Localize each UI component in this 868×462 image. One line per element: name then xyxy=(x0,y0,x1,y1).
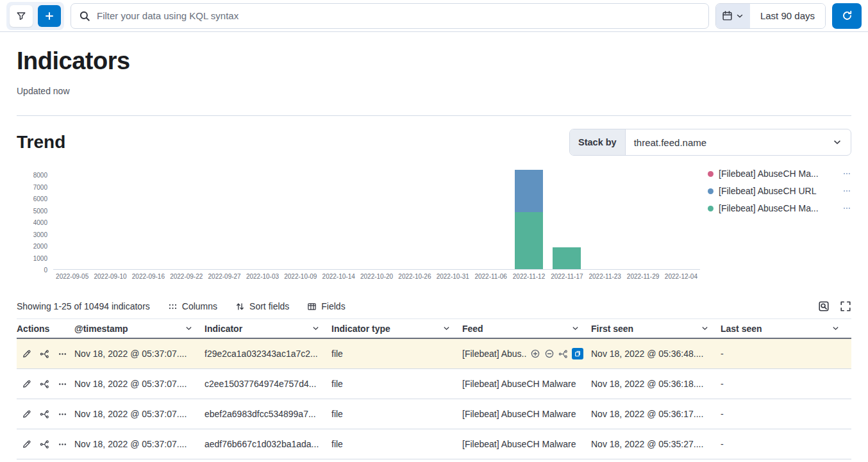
add-to-timeline-icon[interactable] xyxy=(558,349,568,359)
chevron-down-icon[interactable] xyxy=(442,324,451,333)
timestamp-cell[interactable]: Nov 18, 2022 @ 05:37:07.... xyxy=(74,379,204,389)
legend-item[interactable]: [Filebeat] AbuseCH Ma... xyxy=(708,203,851,213)
stack-by-label: Stack by xyxy=(570,129,626,155)
investigate-in-timeline-icon[interactable] xyxy=(40,379,49,389)
timestamp-cell[interactable]: Nov 18, 2022 @ 05:37:07.... xyxy=(74,409,204,419)
y-tick-label: 7000 xyxy=(33,183,47,190)
indicator-cell[interactable]: c2ee15037764974e757d4... xyxy=(204,379,331,389)
x-tick-label: 2022-12-04 xyxy=(662,273,700,280)
bar-slot xyxy=(167,167,205,269)
last-seen-cell[interactable]: - xyxy=(721,409,851,419)
copy-to-clipboard-icon[interactable] xyxy=(572,348,583,359)
indicator-type-cell[interactable]: file xyxy=(331,439,462,449)
bar-slot xyxy=(281,167,319,269)
table-row[interactable]: Nov 18, 2022 @ 05:37:07.... aedf76b667c1… xyxy=(17,429,851,459)
x-tick-label: 2022-09-22 xyxy=(167,273,205,280)
first-seen-cell[interactable]: Nov 18, 2022 @ 05:36:17.... xyxy=(591,409,721,419)
header-label: Actions xyxy=(17,324,49,334)
header-indicator[interactable]: Indicator xyxy=(204,324,331,334)
header-last-seen[interactable]: Last seen xyxy=(721,324,851,334)
filter-for-icon[interactable] xyxy=(530,349,540,359)
first-seen-cell[interactable]: Nov 18, 2022 @ 05:35:27.... xyxy=(591,439,721,449)
header-timestamp[interactable]: @timestamp xyxy=(74,324,204,334)
table-row[interactable]: Nov 18, 2022 @ 05:37:07.... ebef2a6983df… xyxy=(17,399,851,429)
y-tick-label: 3000 xyxy=(33,231,47,238)
page-title: Indicators xyxy=(17,47,851,75)
search-input[interactable] xyxy=(97,10,701,21)
more-actions-icon[interactable] xyxy=(58,379,67,389)
indicator-cell[interactable]: f29e2ca1a032343ac1a7c2... xyxy=(204,349,331,359)
x-tick-label: 2022-09-05 xyxy=(53,273,91,280)
feed-cell[interactable]: [Filebeat] AbuseCH Malware xyxy=(462,409,591,419)
table-row[interactable]: Nov 18, 2022 @ 05:37:07.... c2ee15037764… xyxy=(17,369,851,399)
legend-more-actions-icon[interactable] xyxy=(842,186,851,195)
filter-out-icon[interactable] xyxy=(544,349,555,359)
more-actions-icon[interactable] xyxy=(58,440,67,449)
add-filter-button[interactable] xyxy=(38,5,61,27)
edit-icon[interactable] xyxy=(22,440,31,449)
saved-query-menu-button[interactable] xyxy=(10,5,33,27)
edit-icon[interactable] xyxy=(22,349,31,359)
stack-by-value: threat.feed.name xyxy=(634,137,706,148)
chevron-down-icon[interactable] xyxy=(185,324,193,333)
more-actions-icon[interactable] xyxy=(58,409,67,419)
chevron-down-icon[interactable] xyxy=(701,324,709,333)
legend-more-actions-icon[interactable] xyxy=(842,169,851,178)
header-label: Indicator type xyxy=(331,324,390,334)
legend-item[interactable]: [Filebeat] AbuseCH Ma... xyxy=(708,169,851,179)
header-first-seen[interactable]: First seen xyxy=(591,324,721,334)
x-tick-label: 2022-10-31 xyxy=(434,273,472,280)
sort-fields-button-label: Sort fields xyxy=(249,301,289,311)
x-tick-label: 2022-09-27 xyxy=(205,273,243,280)
time-range-button[interactable]: Last 90 days xyxy=(750,4,825,28)
sort-fields-button[interactable]: Sort fields xyxy=(235,301,289,311)
edit-icon[interactable] xyxy=(22,409,31,419)
trend-chart-area: 010002000300040005000600070008000 2022-0… xyxy=(17,167,700,280)
row-actions xyxy=(17,349,74,359)
last-seen-cell[interactable]: - xyxy=(721,379,851,389)
indicator-type-cell[interactable]: file xyxy=(331,349,462,359)
indicator-type-cell[interactable]: file xyxy=(331,379,462,389)
chevron-down-icon[interactable] xyxy=(571,324,580,333)
header-label: Feed xyxy=(462,324,483,334)
indicator-type-cell[interactable]: file xyxy=(331,409,462,419)
last-seen-cell[interactable]: - xyxy=(721,439,851,449)
edit-icon[interactable] xyxy=(22,379,31,389)
legend-dot xyxy=(708,171,714,177)
x-tick-label: 2022-10-03 xyxy=(244,273,281,280)
indicator-cell[interactable]: ebef2a6983dfcc534899a7... xyxy=(204,409,331,419)
investigate-in-timeline-icon[interactable] xyxy=(40,440,49,449)
row-actions xyxy=(17,379,74,389)
investigate-in-timeline-icon[interactable] xyxy=(40,349,49,359)
last-seen-cell[interactable]: - xyxy=(721,349,851,359)
legend-label: [Filebeat] AbuseCH URL xyxy=(719,186,837,196)
first-seen-cell[interactable]: Nov 18, 2022 @ 05:36:48.... xyxy=(591,349,721,359)
header-feed[interactable]: Feed xyxy=(462,324,591,334)
chevron-down-icon[interactable] xyxy=(312,324,320,333)
x-axis: 2022-09-052022-09-102022-09-162022-09-22… xyxy=(53,273,700,280)
feed-cell[interactable]: [Filebeat] AbuseCH Malware xyxy=(462,439,591,449)
feed-cell[interactable]: [Filebeat] Abus... xyxy=(462,348,591,359)
fields-button[interactable]: Fields xyxy=(307,301,345,311)
header-indicator-type[interactable]: Indicator type xyxy=(331,324,462,334)
trend-title: Trend xyxy=(17,132,65,153)
feed-cell[interactable]: [Filebeat] AbuseCH Malware xyxy=(462,379,591,389)
investigate-in-timeline-icon[interactable] xyxy=(40,409,49,419)
chevron-down-icon[interactable] xyxy=(831,324,840,333)
indicator-cell[interactable]: aedf76b667c1d032ba1ada... xyxy=(204,439,331,449)
first-seen-cell[interactable]: Nov 18, 2022 @ 05:36:18.... xyxy=(591,379,721,389)
table-row[interactable]: Nov 18, 2022 @ 05:37:07.... f29e2ca1a032… xyxy=(17,339,851,369)
stack-by-select[interactable]: threat.feed.name xyxy=(626,129,851,155)
legend-item[interactable]: [Filebeat] AbuseCH URL xyxy=(708,186,851,196)
date-picker-calendar-button[interactable] xyxy=(716,4,750,28)
fullscreen-icon[interactable] xyxy=(840,301,851,312)
x-tick-label: 2022-10-14 xyxy=(320,273,358,280)
timestamp-cell[interactable]: Nov 18, 2022 @ 05:37:07.... xyxy=(74,439,204,449)
filter-menu-icon xyxy=(16,11,26,21)
inspect-icon[interactable] xyxy=(818,301,830,312)
timestamp-cell[interactable]: Nov 18, 2022 @ 05:37:07.... xyxy=(74,349,204,359)
legend-more-actions-icon[interactable] xyxy=(842,204,851,213)
columns-button[interactable]: Columns xyxy=(168,301,217,311)
more-actions-icon[interactable] xyxy=(58,349,67,359)
refresh-button[interactable] xyxy=(832,3,862,29)
